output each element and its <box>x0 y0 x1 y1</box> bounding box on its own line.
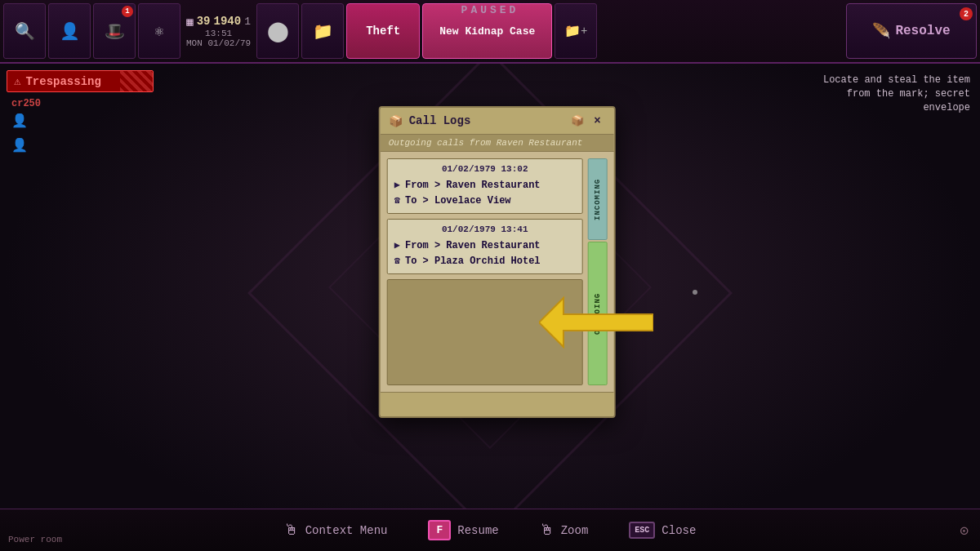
resume-key[interactable]: F <box>428 520 451 540</box>
incoming-tab-label: INCOMING <box>594 178 602 220</box>
box-icon-2: 📦 <box>571 114 584 127</box>
zoom-label: Zoom <box>561 524 589 537</box>
close-label: Close <box>662 524 696 537</box>
zoom-icon: 🖱 <box>540 522 555 539</box>
modal-titlebar: 📦 Call Logs 📦 × <box>381 108 614 135</box>
new-case-btn[interactable]: 📁 + <box>555 3 597 59</box>
scroll-tabs: INCOMING OUTGOING <box>588 158 608 385</box>
stats-date: MON 01/02/79 <box>186 38 251 48</box>
modal-title-icons: 📦 × <box>571 113 605 129</box>
dna-icon: ⚛ <box>155 22 164 40</box>
close-key[interactable]: ESC <box>629 522 655 539</box>
cr250-label: cr250 <box>11 98 41 109</box>
call-2-to: To > Plaza Orchid Hotel <box>405 256 541 267</box>
hud-circle-btn[interactable]: ⬤ <box>256 3 299 59</box>
modal-title: 📦 Call Logs <box>389 114 471 128</box>
stats-bars-icon: ▦ <box>186 15 193 29</box>
hud-stats-panel: ▦ 39 1940 1 13:51 MON 01/02/79 <box>183 15 254 48</box>
call-2-to-row: ☎ To > Plaza Orchid Hotel <box>394 253 576 269</box>
tab-kidnap[interactable]: New Kidnap Case <box>422 3 552 59</box>
hud-folder-btn[interactable]: 📁 <box>301 3 344 59</box>
incoming-tab[interactable]: INCOMING <box>588 158 608 240</box>
resolve-badge: 2 <box>960 7 973 20</box>
calls-list: 01/02/1979 13:02 ▶ From > Raven Restaura… <box>387 158 583 385</box>
hud-person-btn[interactable]: 👤 <box>48 3 91 59</box>
hud-dna-btn[interactable]: ⚛ <box>138 3 180 59</box>
call-1-to: To > Lovelace View <box>405 195 511 207</box>
feather-icon: 🪶 <box>872 22 890 40</box>
box-icon: 📦 <box>389 114 403 128</box>
hud-search-btn[interactable]: 🔍 <box>3 3 46 59</box>
hat-badge: 1 <box>122 6 133 17</box>
trespassing-label: Trespassing <box>25 75 100 88</box>
folder-plus-icon: 📁 <box>564 23 581 39</box>
bottom-right-decoration: ⊙ <box>960 522 969 540</box>
folder-icon: 📁 <box>313 21 333 42</box>
call-1-from: From > Raven Restaurant <box>405 180 541 191</box>
stats-time: 13:51 <box>205 29 232 38</box>
play-icon-1: ▶ <box>394 179 400 191</box>
resolve-btn[interactable]: 2 🪶 Resolve <box>846 3 977 59</box>
tab-theft[interactable]: Theft <box>346 3 420 59</box>
circle-icon: ⬤ <box>267 20 289 43</box>
trespassing-alert: ⚠ Trespassing <box>7 70 154 92</box>
call-1-to-row: ☎ To > Lovelace View <box>394 193 576 208</box>
modal-body: 01/02/1979 13:02 ▶ From > Raven Restaura… <box>381 152 614 392</box>
stats-plus: 1 <box>244 16 251 28</box>
zoom-action: 🖱 Zoom <box>540 522 589 539</box>
modal-close-btn[interactable]: × <box>589 113 605 129</box>
call-entry-2[interactable]: 01/02/1979 13:41 ▶ From > Raven Restaura… <box>387 219 583 274</box>
call-2-from-row: ▶ From > Raven Restaurant <box>394 238 576 253</box>
stats-money: 39 <box>197 15 211 28</box>
search-icon: 🔍 <box>15 21 35 42</box>
phone-icon-1: ☎ <box>394 194 400 207</box>
hat-icon: 🎩 <box>105 21 125 42</box>
call-logs-modal: 📦 Call Logs 📦 × Outgoing calls from Rave… <box>379 106 616 418</box>
modal-subtitle: Outgoing calls from Raven Restaurant <box>381 135 614 152</box>
person-icon-small-2: 👤 <box>11 137 28 153</box>
alert-icon: ⚠ <box>14 74 20 88</box>
resume-label: Resume <box>457 524 498 537</box>
phone-icon-2: ☎ <box>394 255 400 267</box>
empty-area <box>387 279 583 385</box>
context-menu-action: 🖱 Context Menu <box>284 522 388 539</box>
mission-text: Locate and steal the item from the mark;… <box>807 73 970 114</box>
play-icon-2: ▶ <box>394 239 400 251</box>
tab-kidnap-label: New Kidnap Case <box>439 25 535 38</box>
context-menu-icon: 🖱 <box>284 522 299 539</box>
power-room-label: Power room <box>8 535 62 544</box>
call-1-timestamp: 01/02/1979 13:02 <box>394 164 576 174</box>
person-icon: 👤 <box>60 21 80 42</box>
person-icon-small-1: 👤 <box>11 113 28 129</box>
hud-hat-btn[interactable]: 1 🎩 <box>93 3 136 59</box>
call-2-from: From > Raven Restaurant <box>405 240 541 251</box>
call-2-timestamp: 01/02/1979 13:41 <box>394 224 576 234</box>
context-menu-label: Context Menu <box>305 524 388 537</box>
resume-action[interactable]: F Resume <box>428 520 498 540</box>
call-1-from-row: ▶ From > Raven Restaurant <box>394 177 576 193</box>
bottom-bar: 🖱 Context Menu F Resume 🖱 Zoom ESC Close <box>0 509 980 551</box>
plus-label: + <box>581 24 587 38</box>
outgoing-tab-label: OUTGOING <box>594 292 602 334</box>
resolve-label: Resolve <box>895 24 950 38</box>
outgoing-tab[interactable]: OUTGOING <box>588 242 608 385</box>
modal-title-text: Call Logs <box>409 114 471 127</box>
tab-theft-label: Theft <box>366 24 400 38</box>
call-entry-1[interactable]: 01/02/1979 13:02 ▶ From > Raven Restaura… <box>387 158 583 214</box>
hud-top-bar: 🔍 👤 1 🎩 ⚛ ▦ 39 1940 1 13:51 MON 01/02/79… <box>0 0 980 64</box>
stats-year: 1940 <box>214 15 242 28</box>
close-action[interactable]: ESC Close <box>629 522 696 539</box>
modal-footer <box>381 392 614 416</box>
